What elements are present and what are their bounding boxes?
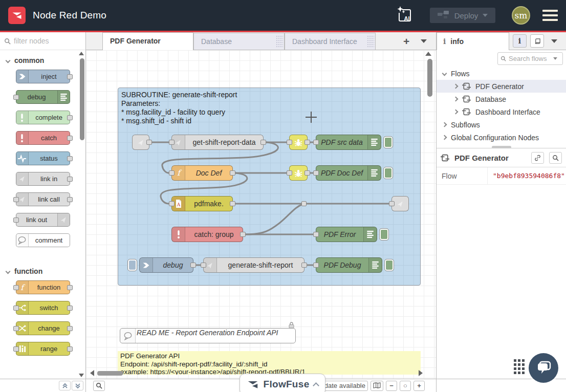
sidebar-tabs-caret-icon[interactable] [551, 39, 557, 43]
tree-item-pdf-generator[interactable]: PDF Generator [437, 80, 566, 93]
palette-node-inject[interactable]: inject [16, 70, 70, 83]
canvas-search-button[interactable] [93, 381, 105, 391]
function-doc-def[interactable]: fDoc Def [171, 165, 233, 181]
node-port[interactable] [67, 285, 73, 290]
node-port[interactable] [67, 326, 73, 331]
chevron-right-icon[interactable] [442, 135, 447, 140]
navigator-button[interactable] [371, 381, 383, 391]
flow-list-caret-icon[interactable] [421, 39, 427, 43]
link-out-node[interactable] [391, 196, 409, 211]
node-port[interactable] [230, 201, 235, 206]
chevron-down-icon[interactable] [442, 71, 447, 76]
node-port[interactable] [313, 232, 319, 237]
chevron-right-icon[interactable] [453, 84, 459, 89]
node-port[interactable] [313, 170, 319, 176]
zoom-reset-button[interactable]: ○ [400, 381, 411, 391]
palette-expand-all-button[interactable] [72, 381, 83, 390]
flow-tab-Dashboard-Interface[interactable]: Dashboard Interface [285, 33, 376, 50]
node-port[interactable] [67, 306, 73, 311]
link-call-generate-shift-report[interactable]: generate-shift-report [203, 257, 304, 273]
debug-pdf-src-data-button[interactable] [383, 136, 393, 148]
palette-node-link-call[interactable]: link call [16, 192, 70, 206]
canvas-scroll-up-icon[interactable] [425, 52, 431, 56]
link-in-node[interactable] [132, 135, 149, 150]
search-flows-input[interactable] [509, 55, 551, 62]
search-flow-button[interactable] [549, 152, 562, 164]
node-port[interactable] [260, 140, 266, 145]
canvas-scroll-left-icon[interactable] [90, 370, 94, 376]
debug-junction-2[interactable] [289, 165, 308, 181]
palette-category-common[interactable]: common [0, 50, 85, 70]
flowfuse-panel-toggle[interactable]: FlowFuse [240, 374, 325, 392]
inject-debug-node-button[interactable] [127, 259, 137, 271]
node-port[interactable] [190, 263, 196, 268]
add-flow-button[interactable]: + [399, 33, 413, 50]
node-port[interactable] [13, 95, 19, 100]
main-menu-icon[interactable] [542, 10, 558, 21]
palette-scroll-up-icon[interactable] [79, 52, 84, 55]
deploy-button[interactable]: Deploy [430, 8, 495, 23]
palette-node-link-out[interactable]: link out [16, 213, 70, 227]
debug-pdf-debug[interactable]: PDF Debug [316, 257, 382, 273]
sidebar-divider[interactable] [437, 148, 566, 148]
node-port[interactable] [287, 170, 292, 176]
node-port[interactable] [287, 140, 292, 145]
palette-node-catch[interactable]: catch [16, 131, 70, 145]
debug-pdf-doc-def-button[interactable] [383, 167, 393, 179]
wire-junction[interactable] [301, 201, 307, 206]
palette-node-function[interactable]: ffunction [16, 280, 70, 294]
node-port[interactable] [169, 201, 175, 206]
palette-node-link-in[interactable]: link in [16, 172, 70, 186]
node-port[interactable] [230, 170, 235, 176]
tree-item-dashboard-interface[interactable]: Dashboard Interface [437, 105, 566, 118]
palette-category-function[interactable]: function [0, 254, 85, 280]
palette-node-range[interactable]: range [16, 342, 70, 356]
node-port[interactable] [67, 74, 73, 79]
debug-pdf-error[interactable]: PDF Error [316, 227, 377, 242]
widget-drag-handle-icon[interactable] [514, 359, 525, 378]
node-port[interactable] [67, 346, 73, 352]
chevron-right-icon[interactable] [453, 110, 459, 115]
node-port[interactable] [13, 285, 19, 290]
node-port[interactable] [13, 197, 19, 202]
canvas-hscrollbar[interactable] [97, 371, 123, 376]
inject-debug-node[interactable]: debug [139, 257, 193, 273]
chevron-right-icon[interactable] [442, 122, 447, 127]
node-port[interactable] [13, 326, 19, 331]
tree-item-database[interactable]: Database [437, 93, 566, 105]
flow-canvas[interactable]: SUBROUTINE: generate-shift-report Parame… [86, 50, 436, 379]
node-port[interactable] [13, 217, 19, 223]
palette-scrollbar[interactable] [80, 58, 84, 140]
palette-node-switch[interactable]: switch [16, 301, 70, 315]
node-port[interactable] [169, 170, 175, 176]
palette-node-status[interactable]: status [16, 151, 70, 165]
tree-item-global-configuration-nodes[interactable]: Global Configuration Nodes [437, 131, 566, 144]
tree-item-flows[interactable]: Flows [437, 67, 566, 80]
node-port[interactable] [13, 346, 19, 352]
node-port[interactable] [67, 156, 73, 161]
sidebar-info-button[interactable]: i [513, 34, 527, 48]
zoom-out-button[interactable]: − [386, 381, 397, 391]
user-avatar[interactable]: sm [512, 6, 530, 25]
tab-info[interactable]: i info [437, 32, 509, 50]
debug-pdf-src-data[interactable]: PDF src data [316, 135, 381, 150]
search-flows-box[interactable] [497, 52, 563, 65]
debug-pdf-error-button[interactable] [379, 228, 389, 241]
node-port[interactable] [240, 232, 246, 237]
node-port[interactable] [313, 263, 319, 268]
node-port[interactable] [67, 115, 73, 120]
node-port[interactable] [201, 263, 206, 268]
palette-filter-input[interactable] [14, 37, 75, 45]
chat-widget-button[interactable] [529, 353, 558, 383]
divider-handle-icon[interactable] [492, 146, 511, 148]
node-port[interactable] [67, 197, 73, 202]
palette-node-complete[interactable]: complete [16, 111, 70, 124]
deploy-caret-icon[interactable] [483, 14, 488, 17]
link-call-get-shift-report-data[interactable]: get-shift-report-data [171, 135, 264, 150]
canvas-vscrollbar[interactable] [427, 59, 432, 97]
palette-node-comment[interactable]: comment [16, 233, 70, 247]
palette-collapse-all-button[interactable] [59, 381, 71, 390]
copy-link-button[interactable] [531, 152, 544, 164]
node-port[interactable] [146, 140, 152, 145]
node-port[interactable] [304, 170, 310, 176]
